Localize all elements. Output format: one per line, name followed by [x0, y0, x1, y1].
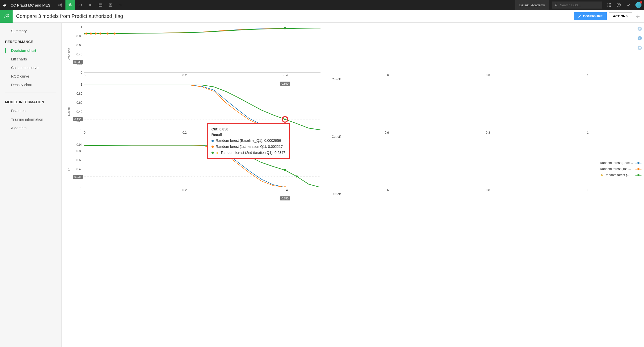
- page-title: Compare 3 models from Predict authorized…: [16, 13, 123, 19]
- sidebar-item-training-info[interactable]: Training information: [0, 115, 61, 124]
- search-input[interactable]: [552, 2, 602, 9]
- svg-point-4: [69, 4, 71, 6]
- svg-point-33: [84, 32, 85, 34]
- right-rail: [635, 23, 644, 50]
- svg-rect-11: [607, 3, 608, 4]
- tooltip-metric: Recall: [211, 132, 285, 138]
- chart-block-precision: Precision 00.200.400.600.8010.235 00.20.…: [67, 27, 634, 81]
- svg-point-47: [284, 186, 286, 187]
- svg-point-1: [59, 5, 59, 6]
- tooltip-row-text: Random forest (Baseline_Q1): 0.0002956: [216, 138, 281, 144]
- svg-point-41: [217, 152, 218, 154]
- chart-tooltip: Cut: 0.850RecallRandom forest (Baseline_…: [207, 123, 290, 159]
- sidebar-item-calibration-curve[interactable]: Calibration curve: [0, 63, 61, 72]
- run-icon[interactable]: [86, 0, 95, 10]
- project-title: CC Fraud MC and MES: [11, 3, 50, 7]
- svg-rect-13: [610, 3, 611, 4]
- svg-rect-52: [639, 38, 640, 39]
- svg-point-49: [601, 175, 603, 176]
- chart-block-recall: Recall 00.200.400.600.8010.235 00.20.40.…: [67, 85, 634, 138]
- svg-text:?: ?: [618, 4, 620, 7]
- sidebar-item-density-chart[interactable]: Density chart: [0, 81, 61, 89]
- sidebar-item-algorithm[interactable]: Algorithm: [0, 124, 61, 132]
- actions-button[interactable]: ACTIONS: [609, 12, 632, 20]
- svg-point-31: [106, 32, 109, 34]
- svg-point-10: [122, 5, 122, 5]
- svg-point-36: [284, 27, 286, 29]
- configure-button[interactable]: CONFIGURE: [574, 12, 607, 20]
- chart-plot-0: [84, 27, 320, 73]
- svg-point-53: [639, 37, 640, 38]
- y-axis-label: Recall: [67, 107, 71, 116]
- add-icon[interactable]: [637, 26, 642, 31]
- x-axis-label: Cut-off: [84, 192, 589, 196]
- svg-rect-12: [609, 3, 610, 4]
- legend-item-0[interactable]: Random forest (Basel...: [600, 161, 641, 165]
- svg-point-29: [95, 32, 97, 34]
- apps-icon[interactable]: [607, 3, 612, 8]
- search-icon: [555, 3, 558, 7]
- svg-point-2: [61, 4, 62, 5]
- highlight-ring: [282, 116, 288, 123]
- sidebar-item-features[interactable]: Features: [0, 107, 61, 115]
- sidebar-item-summary[interactable]: Summary: [0, 27, 61, 35]
- svg-point-5: [69, 4, 72, 7]
- legend-item-1[interactable]: Random forest (1st i...: [600, 167, 641, 171]
- academy-link[interactable]: Dataiku Academy: [515, 0, 549, 10]
- info-icon[interactable]: [637, 36, 642, 41]
- help-icon[interactable]: ?: [616, 3, 621, 8]
- y-axis-label: F1: [67, 167, 71, 171]
- svg-point-27: [85, 32, 87, 34]
- legend-label: Random forest (1st i...: [600, 167, 634, 171]
- code-icon[interactable]: [76, 0, 85, 10]
- svg-rect-16: [610, 5, 611, 6]
- svg-point-48: [296, 176, 298, 178]
- sidebar-header-performance: PERFORMANCE: [0, 35, 61, 46]
- svg-point-9: [120, 5, 121, 5]
- x-axis-label: Cut-off: [84, 78, 589, 81]
- legend-label: Random forest (Basel...: [600, 161, 634, 165]
- wiki-icon[interactable]: [106, 0, 115, 10]
- svg-rect-19: [610, 6, 611, 7]
- page-header: Compare 3 models from Predict authorized…: [0, 10, 644, 23]
- svg-rect-15: [609, 5, 610, 6]
- legend-item-2[interactable]: Random forest (...: [600, 173, 641, 177]
- svg-rect-14: [607, 5, 608, 6]
- tooltip-row-text: Random forest (1st iteration Q1): 0.0022…: [216, 144, 283, 150]
- sidebar-item-lift-charts[interactable]: Lift charts: [0, 55, 61, 63]
- chart-block-f1: F1 00.200.400.600.800.940.235 00.20.40.6…: [67, 142, 634, 196]
- chat-icon[interactable]: [637, 45, 642, 50]
- search-field[interactable]: [560, 3, 599, 7]
- chart-legend: Random forest (Basel...Random forest (1s…: [600, 161, 641, 179]
- svg-point-3: [61, 6, 62, 6]
- y-axis-label: Precision: [67, 48, 71, 60]
- more-icon[interactable]: [116, 0, 125, 10]
- compare-models-icon: [0, 10, 13, 23]
- svg-point-0: [6, 5, 6, 5]
- svg-point-28: [90, 32, 92, 34]
- svg-point-30: [99, 32, 101, 34]
- sidebar: Summary PERFORMANCE Decision chart Lift …: [0, 23, 62, 347]
- legend-label: Random forest (...: [604, 173, 634, 177]
- user-avatar[interactable]: [635, 2, 641, 8]
- flow-icon[interactable]: [55, 0, 65, 10]
- svg-point-46: [284, 169, 286, 171]
- edit-icon: [578, 15, 582, 18]
- lab-icon[interactable]: [65, 0, 75, 10]
- activity-icon[interactable]: [626, 3, 631, 8]
- svg-point-32: [114, 32, 116, 34]
- x-axis-label: Cut-off: [84, 135, 589, 138]
- sidebar-header-model-info: MODEL INFORMATION: [0, 95, 61, 107]
- svg-rect-17: [607, 6, 608, 7]
- dashboard-icon[interactable]: [96, 0, 105, 10]
- svg-point-8: [119, 5, 120, 5]
- sidebar-item-decision-chart[interactable]: Decision chart: [0, 46, 61, 55]
- tooltip-row-text: Random forest (2nd iteration Q1): 0.2347: [221, 150, 285, 156]
- back-arrow-icon[interactable]: [635, 14, 640, 19]
- sidebar-item-roc-curve[interactable]: ROC curve: [0, 72, 61, 81]
- svg-rect-18: [609, 6, 610, 7]
- top-nav: CC Fraud MC and MES Dataiku Academy ?: [0, 0, 644, 10]
- dataiku-logo-icon[interactable]: [3, 3, 8, 8]
- svg-rect-6: [99, 4, 102, 7]
- notification-dot: [640, 1, 642, 4]
